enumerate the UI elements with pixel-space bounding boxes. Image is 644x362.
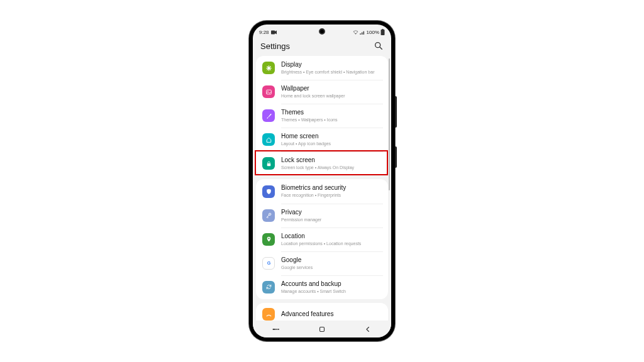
settings-item-text: Lock screenScreen lock type • Always On … — [281, 156, 382, 170]
settings-item-privacy[interactable]: PrivacyPermission manager — [256, 204, 388, 228]
accounts-icon — [262, 281, 275, 293]
google-icon: G — [262, 257, 275, 270]
settings-header: Settings — [253, 38, 391, 56]
settings-item-subtitle: Layout • App icon badges — [281, 141, 382, 146]
settings-item-title: Advanced features — [281, 310, 382, 318]
location-icon — [262, 233, 275, 246]
search-icon — [374, 41, 384, 51]
scrollbar[interactable] — [389, 58, 390, 190]
wallpaper-icon — [262, 85, 275, 98]
back-icon — [364, 325, 372, 334]
settings-item-text: WallpaperHome and lock screen wallpaper — [281, 85, 382, 99]
settings-item-text: PrivacyPermission manager — [281, 209, 382, 222]
home-nav-icon — [318, 325, 326, 334]
video-icon — [271, 30, 277, 35]
settings-item-title: Lock screen — [281, 156, 382, 164]
settings-item-homescreen[interactable]: Home screenLayout • App icon badges — [256, 128, 388, 151]
settings-item-subtitle: Home and lock screen wallpaper — [281, 93, 382, 99]
svg-point-1 — [355, 33, 355, 33]
power-button — [395, 146, 397, 168]
settings-item-title: Themes — [281, 109, 382, 116]
battery-icon — [380, 29, 385, 35]
settings-item-subtitle: Themes • Wallpapers • Icons — [281, 117, 382, 123]
volume-button — [395, 96, 397, 128]
settings-item-title: Biometrics and security — [281, 184, 382, 192]
settings-item-biometrics[interactable]: Biometrics and securityFace recognition … — [256, 179, 388, 203]
svg-rect-2 — [381, 30, 385, 35]
svg-rect-17 — [319, 327, 324, 332]
settings-item-text: ThemesThemes • Wallpapers • Icons — [281, 109, 382, 123]
svg-rect-3 — [382, 29, 384, 30]
wifi-icon — [353, 30, 358, 35]
settings-item-title: Privacy — [281, 209, 382, 216]
homescreen-icon — [262, 133, 275, 146]
back-button[interactable] — [345, 321, 391, 337]
svg-text:G: G — [267, 261, 270, 266]
settings-item-title: Wallpaper — [281, 85, 382, 92]
biometrics-icon — [262, 185, 275, 198]
settings-item-title: Google — [281, 256, 382, 264]
settings-item-text: Home screenLayout • App icon badges — [281, 133, 382, 146]
settings-item-advanced[interactable]: Advanced features — [256, 303, 388, 321]
settings-list[interactable]: DisplayBrightness • Eye comfort shield •… — [253, 56, 391, 321]
phone-frame: 9:28 100% Settings DisplayBrightness • E… — [249, 21, 395, 341]
svg-rect-8 — [267, 163, 270, 166]
settings-group: Biometrics and securityFace recognition … — [256, 179, 388, 299]
settings-item-text: Accounts and backupManage accounts • Sma… — [281, 280, 382, 294]
settings-item-title: Location — [281, 233, 382, 240]
lockscreen-icon — [262, 157, 275, 170]
settings-item-subtitle: Brightness • Eye comfort shield • Naviga… — [281, 69, 382, 75]
settings-item-google[interactable]: GGoogleGoogle services — [256, 251, 388, 275]
punch-hole-camera — [319, 28, 325, 35]
svg-point-4 — [375, 43, 380, 48]
svg-point-7 — [267, 90, 268, 91]
settings-item-accounts[interactable]: Accounts and backupManage accounts • Sma… — [256, 275, 388, 299]
settings-item-subtitle: Google services — [281, 265, 382, 270]
screen: 9:28 100% Settings DisplayBrightness • E… — [253, 25, 391, 337]
advanced-icon — [262, 308, 275, 321]
display-icon — [262, 62, 275, 74]
settings-item-subtitle: Location permissions • Location requests — [281, 241, 382, 246]
svg-rect-0 — [271, 30, 275, 34]
settings-item-text: DisplayBrightness • Eye comfort shield •… — [281, 61, 382, 75]
navigation-bar — [253, 321, 391, 337]
settings-item-lockscreen[interactable]: Lock screenScreen lock type • Always On … — [256, 151, 388, 175]
settings-item-subtitle: Screen lock type • Always On Display — [281, 165, 382, 170]
recents-button[interactable] — [253, 321, 299, 337]
settings-item-location[interactable]: LocationLocation permissions • Location … — [256, 228, 388, 251]
settings-group: DisplayBrightness • Eye comfort shield •… — [256, 56, 388, 175]
settings-item-display[interactable]: DisplayBrightness • Eye comfort shield •… — [256, 56, 388, 80]
svg-point-10 — [268, 238, 269, 239]
settings-item-wallpaper[interactable]: WallpaperHome and lock screen wallpaper — [256, 80, 388, 104]
settings-item-text: Biometrics and securityFace recognition … — [281, 184, 382, 198]
settings-item-subtitle: Manage accounts • Smart Switch — [281, 288, 382, 294]
settings-item-title: Home screen — [281, 133, 382, 140]
svg-line-5 — [380, 47, 382, 49]
page-title: Settings — [260, 41, 290, 51]
signal-icon — [360, 30, 365, 35]
settings-item-subtitle: Face recognition • Fingerprints — [281, 192, 382, 198]
settings-item-text: LocationLocation permissions • Location … — [281, 233, 382, 246]
battery-text: 100% — [367, 30, 379, 35]
settings-item-text: Advanced features — [281, 310, 382, 318]
status-time: 9:28 — [259, 30, 269, 35]
home-button[interactable] — [299, 321, 345, 337]
settings-item-title: Display — [281, 61, 382, 69]
privacy-icon — [262, 209, 275, 222]
settings-item-title: Accounts and backup — [281, 280, 382, 288]
recents-icon — [272, 325, 280, 334]
settings-item-text: GoogleGoogle services — [281, 256, 382, 270]
search-button[interactable] — [374, 41, 384, 51]
settings-item-themes[interactable]: ThemesThemes • Wallpapers • Icons — [256, 104, 388, 128]
themes-icon — [262, 109, 275, 122]
settings-item-subtitle: Permission manager — [281, 217, 382, 222]
